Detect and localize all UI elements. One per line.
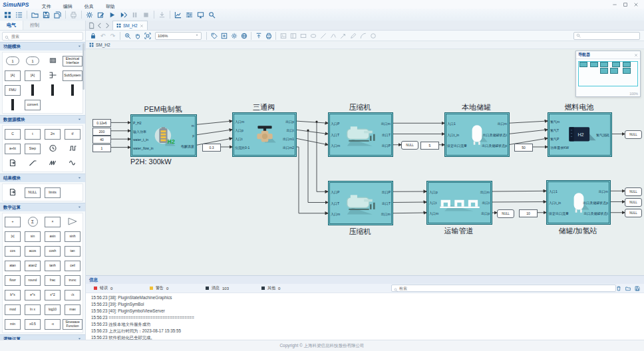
palette-item[interactable]: Electrical Interface bbox=[63, 54, 82, 68]
menu-item[interactable]: 文件 bbox=[36, 4, 57, 9]
palette-item[interactable]: mod bbox=[3, 302, 23, 316]
palette-item[interactable]: 1 bbox=[23, 54, 43, 68]
palette-item[interactable] bbox=[3, 98, 23, 112]
save-button[interactable] bbox=[633, 285, 641, 292]
diagram-block-comp2[interactable]: 入口P入口T入口m出口P出口T出口m bbox=[328, 181, 393, 225]
folder-button[interactable] bbox=[29, 10, 41, 20]
null-block[interactable]: NULL bbox=[625, 198, 642, 207]
palette-scrollbar[interactable] bbox=[82, 43, 84, 90]
palette-item[interactable]: C bbox=[3, 127, 23, 141]
tab-close-icon[interactable] bbox=[140, 24, 144, 28]
palette-item[interactable]: sin bbox=[23, 229, 43, 243]
close-icon[interactable] bbox=[634, 53, 638, 57]
palette-item[interactable]: 1 bbox=[3, 54, 23, 68]
minimize-button[interactable] bbox=[609, 1, 620, 8]
fit-button[interactable] bbox=[142, 31, 152, 40]
blocks-button[interactable] bbox=[2, 10, 13, 20]
tag-button[interactable] bbox=[209, 31, 219, 40]
navigator-panel[interactable]: 导航器 100% bbox=[575, 51, 641, 97]
doc-list-icon[interactable] bbox=[87, 21, 95, 31]
palette-item[interactable] bbox=[43, 54, 63, 68]
palette-item[interactable]: asin bbox=[43, 229, 63, 243]
monitor-button[interactable] bbox=[195, 10, 206, 20]
menu-item[interactable]: 帮助 bbox=[100, 4, 121, 9]
zoomi-button[interactable] bbox=[122, 31, 132, 40]
navigator-minimap[interactable] bbox=[576, 59, 640, 88]
folder-button[interactable] bbox=[624, 285, 632, 292]
palette-item[interactable]: ceil bbox=[63, 259, 82, 273]
palette-item[interactable]: Sinewave Function bbox=[63, 317, 82, 331]
null-block[interactable]: NULL bbox=[497, 209, 514, 218]
palette-item[interactable]: min bbox=[3, 317, 23, 331]
palette-item[interactable]: cos bbox=[3, 244, 23, 258]
diagram-block-fc[interactable]: H2氢气m氢气T氢气P功率需求KW氢气消耗 bbox=[548, 112, 612, 157]
library-tab-电气[interactable]: 电气 bbox=[0, 21, 23, 30]
palette-item[interactable]: sinh bbox=[63, 229, 82, 243]
log-list[interactable]: 15:56:23 [38]: PluginStateMachineGraphic… bbox=[86, 293, 644, 340]
palette-item[interactable]: √x bbox=[63, 288, 82, 302]
canvas-search-input[interactable] bbox=[581, 33, 637, 39]
palette-item[interactable]: max bbox=[63, 302, 82, 316]
palette-item[interactable] bbox=[43, 156, 63, 170]
zoom-level-select[interactable]: 106% bbox=[155, 32, 202, 40]
palette-item[interactable]: e^x bbox=[23, 288, 43, 302]
null-block[interactable]: NULL bbox=[625, 187, 642, 196]
palette-item[interactable]: × bbox=[43, 215, 63, 229]
collapse-icon[interactable] bbox=[77, 176, 82, 181]
saveall-button[interactable] bbox=[52, 10, 63, 20]
palette-section-header[interactable]: 功能模块 bbox=[0, 42, 85, 51]
palette-item[interactable]: ln x bbox=[23, 302, 43, 316]
palette-item[interactable] bbox=[23, 156, 43, 170]
constant-block[interactable]: 40 bbox=[92, 136, 111, 144]
null-block[interactable]: NULL bbox=[401, 141, 418, 150]
palette-item[interactable]: round bbox=[23, 273, 43, 287]
palette-item[interactable]: [A] bbox=[23, 68, 43, 82]
diagram-block-tank1[interactable]: 入口1入口t_in设定出口流量出口m出口及储罐状态t出口及储罐状态p bbox=[444, 112, 510, 157]
searchadv-button[interactable] bbox=[206, 10, 218, 20]
palette-item[interactable]: limits bbox=[43, 185, 63, 199]
palette-item[interactable]: |x| bbox=[3, 229, 23, 243]
diagram-block-valve[interactable]: 入口m入口p入口t分流比0-1出口p出口t出口m1出口m2 bbox=[232, 112, 297, 157]
log-search-input[interactable] bbox=[398, 286, 613, 291]
palette-item[interactable]: cosh bbox=[43, 244, 63, 258]
palette-item[interactable]: frac bbox=[43, 273, 63, 287]
library-tab-控制[interactable]: 控制 bbox=[23, 21, 46, 30]
palette-item[interactable]: convert bbox=[23, 98, 43, 112]
palette-item[interactable]: Step bbox=[23, 142, 43, 156]
palette-item[interactable] bbox=[23, 83, 43, 97]
gear-button[interactable] bbox=[84, 10, 95, 20]
collapse-icon[interactable] bbox=[77, 117, 82, 122]
save-button[interactable] bbox=[41, 10, 52, 20]
close-button[interactable] bbox=[631, 1, 641, 8]
palette-item[interactable]: tan bbox=[63, 244, 82, 258]
filter-其他[interactable]: 其他0 bbox=[261, 285, 317, 291]
palette-item[interactable]: atan bbox=[3, 259, 23, 273]
palette-item[interactable] bbox=[43, 68, 63, 82]
tab-scroll-right-icon[interactable] bbox=[103, 21, 111, 31]
palette-item[interactable]: t bbox=[23, 127, 43, 141]
info-panel-header[interactable]: 信息 bbox=[86, 276, 644, 284]
null-block[interactable]: NULL bbox=[625, 130, 642, 139]
palette-item[interactable] bbox=[63, 83, 82, 97]
collapse-icon[interactable] bbox=[77, 44, 82, 49]
palette-item[interactable]: log10 bbox=[43, 302, 63, 316]
menu-item[interactable]: 仿真 bbox=[79, 4, 100, 9]
palette-item[interactable]: a+bt bbox=[3, 142, 23, 156]
palette-item[interactable]: [A] bbox=[3, 68, 23, 82]
diagram-block-tank2[interactable]: 入口1入口t_in设定出口流量出口m出口及储罐状态p出口及储罐状态t bbox=[546, 180, 611, 225]
palette-item[interactable]: -x bbox=[43, 317, 63, 331]
palette-item[interactable] bbox=[43, 83, 63, 97]
null-block[interactable]: NULL bbox=[625, 209, 642, 217]
lock-button[interactable] bbox=[88, 31, 98, 40]
palette-section-header[interactable]: 数据源模块 bbox=[0, 115, 85, 124]
palette-item[interactable]: ≥0.5 bbox=[23, 317, 43, 331]
print-button[interactable] bbox=[263, 31, 273, 40]
upload-button[interactable] bbox=[253, 31, 263, 40]
constant-block[interactable]: 0.12e6 bbox=[92, 119, 111, 127]
add-button[interactable] bbox=[219, 31, 229, 40]
filter-消息[interactable]: 消息103 bbox=[206, 285, 261, 291]
constant-block[interactable]: 1 bbox=[92, 144, 111, 152]
palette-item[interactable]: trunc bbox=[63, 273, 82, 287]
palette-item[interactable] bbox=[3, 156, 23, 170]
chart-button[interactable] bbox=[172, 10, 184, 20]
